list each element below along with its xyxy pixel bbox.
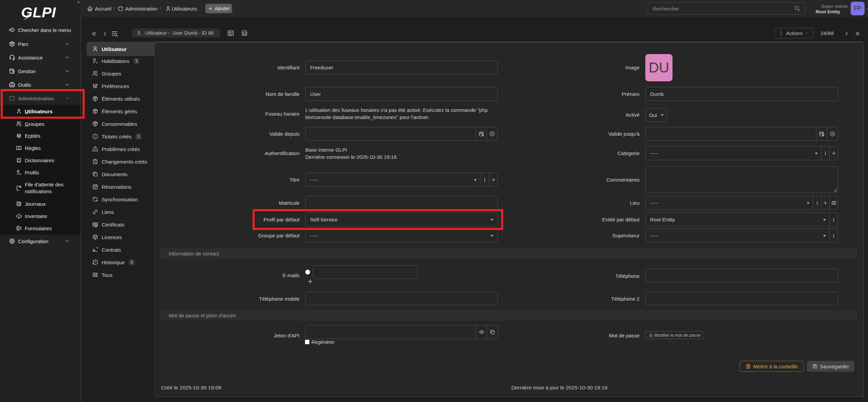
svg-text:GLPI: GLPI (21, 4, 56, 20)
